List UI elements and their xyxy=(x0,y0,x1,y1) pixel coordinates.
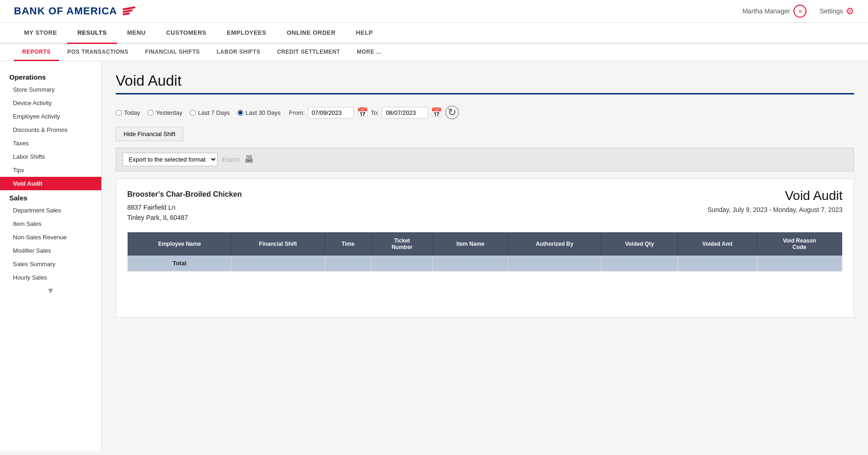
nav-item-employees[interactable]: EMPLOYEES xyxy=(217,23,276,44)
col-financial-shift: Financial Shift xyxy=(231,233,325,256)
sub-nav-item-labor-shifts[interactable]: LABOR SHIFTS xyxy=(208,44,269,61)
user-name: Martha Manager xyxy=(743,7,790,15)
sidebar-scroll-down-icon: ▼ xyxy=(0,284,101,298)
logo-text: BANK OF AMERICA xyxy=(14,5,117,17)
sub-nav-item-more[interactable]: MORE ... xyxy=(348,44,390,61)
to-calendar-icon[interactable]: 📅 xyxy=(431,107,442,118)
report-table-scroll-area[interactable]: Employee Name Financial Shift Time Ticke… xyxy=(127,232,843,272)
report-address-line1: 8837 Fairfield Ln xyxy=(127,202,242,212)
radio-last30[interactable]: Last 30 Days xyxy=(237,109,281,116)
hide-financial-shift-button[interactable]: Hide Financial Shift xyxy=(116,127,183,141)
sidebar-item-hourly-sales[interactable]: Hourly Sales xyxy=(0,271,101,284)
logo: BANK OF AMERICA xyxy=(14,5,136,17)
radio-last30-input[interactable] xyxy=(237,110,243,116)
total-voided-qty xyxy=(601,256,678,271)
print-icon[interactable]: 🖶 xyxy=(244,154,254,165)
sidebar-item-void-audit[interactable]: Void Audit xyxy=(0,177,101,190)
col-voided-amt: Voided Amt xyxy=(678,233,757,256)
total-voided-amt xyxy=(678,256,757,271)
radio-yesterday-input[interactable] xyxy=(148,110,154,116)
report-store-info: Brooster's Char-Broiled Chicken 8837 Fai… xyxy=(127,188,242,223)
main-nav: MY STORE RESULTS MENU CUSTOMERS EMPLOYEE… xyxy=(0,23,868,44)
nav-item-customers[interactable]: CUSTOMERS xyxy=(156,23,217,44)
settings-link[interactable]: Settings ⚙ xyxy=(819,6,854,17)
to-label: To: xyxy=(371,109,379,116)
total-financial-shift xyxy=(231,256,325,271)
total-label: Total xyxy=(128,256,231,271)
sidebar-item-department-sales[interactable]: Department Sales xyxy=(0,204,101,217)
table-total-row: Total xyxy=(128,256,842,271)
date-range-inputs: From: 📅 To: 📅 ↻ xyxy=(289,106,459,119)
sub-nav: REPORTS POS TRANSACTIONS FINANCIAL SHIFT… xyxy=(0,44,868,61)
logo-flag-icon xyxy=(123,7,136,15)
report-title-right: Void Audit Sunday, July 9, 2023 - Monday… xyxy=(707,188,843,213)
sub-nav-item-reports[interactable]: REPORTS xyxy=(14,44,59,61)
to-date-input[interactable] xyxy=(382,107,428,118)
sidebar-item-item-sales[interactable]: Item Sales xyxy=(0,217,101,231)
sidebar-item-sales-summary[interactable]: Sales Summary xyxy=(0,257,101,271)
nav-item-results[interactable]: RESULTS xyxy=(67,23,117,44)
sidebar-item-taxes[interactable]: Taxes xyxy=(0,137,101,150)
total-void-reason-code xyxy=(757,256,842,271)
refresh-icon[interactable]: ↻ xyxy=(445,106,459,119)
date-filter-row: Today Yesterday Last 7 Days Last 30 Days… xyxy=(116,106,854,119)
report-area: Brooster's Char-Broiled Chicken 8837 Fai… xyxy=(116,179,854,318)
nav-item-online-order[interactable]: ONLINE ORDER xyxy=(277,23,346,44)
report-address-line2: Tinley Park, IL 60487 xyxy=(127,212,242,223)
gear-icon: ⚙ xyxy=(846,6,854,17)
col-employee-name: Employee Name xyxy=(128,233,231,256)
radio-today-input[interactable] xyxy=(116,110,122,116)
export-row: Export to the selected format CSV PDF Ex… xyxy=(116,148,854,171)
export-button[interactable]: Export xyxy=(222,156,240,163)
header-right: Martha Manager ⚬ Settings ⚙ xyxy=(743,5,854,18)
sub-nav-item-credit-settlement[interactable]: CREDIT SETTLEMENT xyxy=(269,44,349,61)
settings-label: Settings xyxy=(819,7,843,15)
total-item-name xyxy=(433,256,508,271)
main-content: Void Audit Today Yesterday Last 7 Days L… xyxy=(102,61,868,451)
table-header-row: Employee Name Financial Shift Time Ticke… xyxy=(128,233,842,256)
sidebar-item-modifier-sales[interactable]: Modifier Sales xyxy=(0,244,101,257)
from-calendar-icon[interactable]: 📅 xyxy=(357,107,368,118)
audit-table: Employee Name Financial Shift Time Ticke… xyxy=(128,232,842,271)
nav-item-my-store[interactable]: MY STORE xyxy=(14,23,67,44)
sidebar-item-labor-shifts[interactable]: Labor Shifts xyxy=(0,150,101,163)
sidebar-item-device-activity[interactable]: Device Activity xyxy=(0,96,101,110)
col-ticket-number: TicketNumber xyxy=(371,233,433,256)
page-body: Operations Store Summary Device Activity… xyxy=(0,61,868,451)
total-ticket-number xyxy=(371,256,433,271)
sidebar-item-store-summary[interactable]: Store Summary xyxy=(0,83,101,96)
report-header: Brooster's Char-Broiled Chicken 8837 Fai… xyxy=(127,188,843,223)
col-time: Time xyxy=(325,233,371,256)
report-store-name: Brooster's Char-Broiled Chicken xyxy=(127,188,242,200)
export-format-select[interactable]: Export to the selected format CSV PDF Ex… xyxy=(123,153,217,166)
sub-nav-item-financial-shifts[interactable]: FINANCIAL SHIFTS xyxy=(137,44,208,61)
user-info: Martha Manager ⚬ xyxy=(743,5,807,18)
radio-last7[interactable]: Last 7 Days xyxy=(190,109,230,116)
sidebar: Operations Store Summary Device Activity… xyxy=(0,61,102,451)
from-label: From: xyxy=(289,109,305,116)
sidebar-item-discounts-promos[interactable]: Discounts & Promos xyxy=(0,123,101,137)
user-avatar-icon: ⚬ xyxy=(794,5,806,18)
nav-item-menu[interactable]: MENU xyxy=(117,23,156,44)
sidebar-item-non-sales-revenue[interactable]: Non-Sales Revenue xyxy=(0,231,101,244)
title-divider xyxy=(116,93,854,94)
date-radio-group: Today Yesterday Last 7 Days Last 30 Days xyxy=(116,109,281,116)
report-date-range: Sunday, July 9, 2023 - Monday, August 7,… xyxy=(707,206,843,213)
col-item-name: Item Name xyxy=(433,233,508,256)
nav-item-help[interactable]: HELP xyxy=(346,23,383,44)
col-authorized-by: Authorized By xyxy=(508,233,601,256)
sidebar-section-operations: Operations xyxy=(0,69,101,83)
radio-last7-input[interactable] xyxy=(190,110,196,116)
radio-yesterday[interactable]: Yesterday xyxy=(148,109,182,116)
sidebar-item-employee-activity[interactable]: Employee Activity xyxy=(0,110,101,123)
col-void-reason-code: Void ReasonCode xyxy=(757,233,842,256)
sub-nav-item-pos-transactions[interactable]: POS TRANSACTIONS xyxy=(59,44,137,61)
from-date-input[interactable] xyxy=(308,107,354,118)
total-authorized-by xyxy=(508,256,601,271)
header: BANK OF AMERICA Martha Manager ⚬ Setting… xyxy=(0,0,868,23)
report-title-text: Void Audit xyxy=(707,188,843,203)
sidebar-section-sales: Sales xyxy=(0,190,101,204)
radio-today[interactable]: Today xyxy=(116,109,140,116)
col-voided-qty: Voided Qty xyxy=(601,233,678,256)
sidebar-item-tips[interactable]: Tips xyxy=(0,163,101,177)
